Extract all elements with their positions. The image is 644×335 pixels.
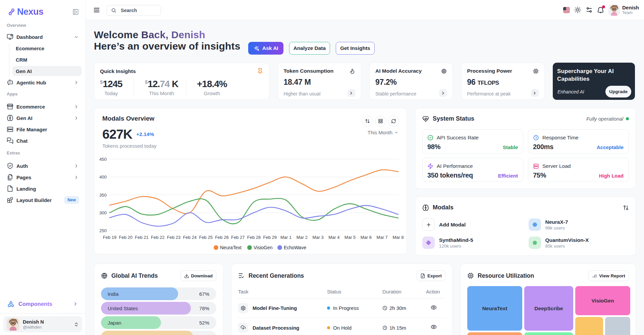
svg-text:Mar 1: Mar 1 (280, 235, 291, 240)
svg-text:Mar 3: Mar 3 (312, 235, 323, 240)
svg-text:Feb 29: Feb 29 (263, 235, 277, 240)
svg-text:400: 400 (99, 175, 107, 180)
svg-text:VisioGen: VisioGen (254, 245, 273, 250)
svg-text:300: 300 (99, 210, 107, 215)
svg-text:Feb 25: Feb 25 (199, 235, 212, 240)
svg-text:Feb 26: Feb 26 (215, 235, 228, 240)
svg-text:250: 250 (99, 228, 107, 233)
svg-text:Mar 4: Mar 4 (328, 235, 339, 240)
svg-text:450: 450 (99, 157, 107, 162)
svg-text:Feb 24: Feb 24 (183, 235, 197, 240)
svg-text:Feb 20: Feb 20 (119, 235, 132, 240)
svg-text:Feb 27: Feb 27 (231, 235, 245, 240)
svg-text:Feb 21: Feb 21 (135, 235, 148, 240)
svg-text:Mar 7: Mar 7 (377, 235, 388, 240)
svg-text:Feb 22: Feb 22 (151, 235, 164, 240)
svg-text:Mar 5: Mar 5 (344, 235, 356, 240)
svg-text:Mar 2: Mar 2 (297, 235, 308, 240)
svg-text:350: 350 (99, 193, 107, 198)
svg-text:EchoWave: EchoWave (284, 245, 306, 250)
svg-text:Feb 28: Feb 28 (247, 235, 261, 240)
svg-text:Mar 8: Mar 8 (392, 235, 404, 240)
svg-text:NeuraText: NeuraText (220, 245, 241, 250)
svg-text:Mar 6: Mar 6 (361, 235, 372, 240)
svg-text:Feb 19: Feb 19 (103, 235, 116, 240)
svg-text:Feb 23: Feb 23 (167, 235, 180, 240)
